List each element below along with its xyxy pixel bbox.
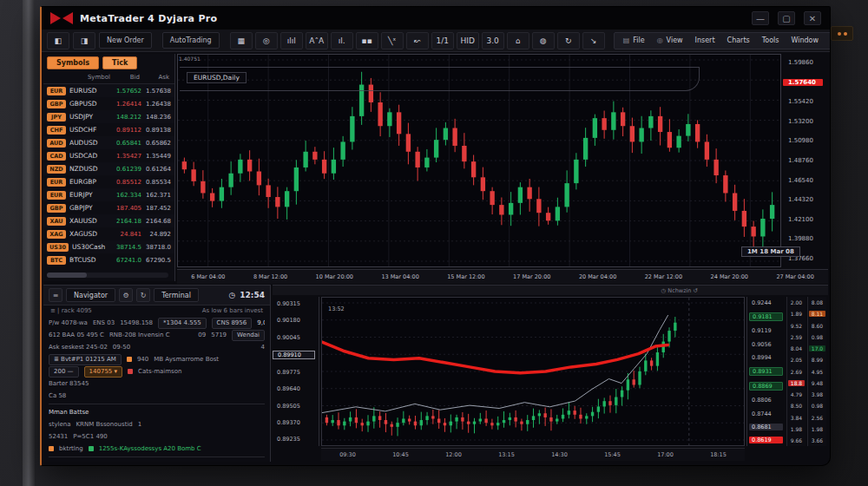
menu-item-charts[interactable]: Charts xyxy=(722,36,755,44)
bid-value: 0.65841 xyxy=(112,140,141,147)
market-watch-tab[interactable]: Tick xyxy=(102,56,137,69)
minimize-button[interactable]: — xyxy=(752,11,769,25)
terminal-chip[interactable]: ≣ Bvt#P1 01215 AM xyxy=(49,354,122,365)
lower-chart[interactable] xyxy=(321,297,745,446)
toolbar-tool-icon[interactable]: ▦ xyxy=(230,32,253,49)
list-item[interactable]: Barter 83545 xyxy=(49,378,265,390)
price-axis-label: 0.8994 xyxy=(749,354,783,361)
depth-cell: 3.66 xyxy=(809,437,825,443)
ask-value: 1.26438 xyxy=(141,101,171,108)
list-item[interactable]: 612 BAA 05 495 CRNB-208 Invensin C095719… xyxy=(49,329,265,341)
table-row[interactable]: EUREURGBP0.855120.85534 xyxy=(43,175,174,188)
table-row[interactable]: NZDNZDUSD0.612390.61264 xyxy=(43,162,174,175)
chart-next-icon[interactable]: ◨ xyxy=(73,32,95,49)
ask-value: 24.892 xyxy=(141,231,171,238)
terminal-separator xyxy=(49,404,265,404)
toolbar-tool-icon[interactable]: ▪▪ xyxy=(356,32,378,49)
chart-annotation-frame xyxy=(180,67,700,91)
table-row[interactable]: CHFUSDCHF0.891120.89138 xyxy=(43,123,174,136)
list-item[interactable]: ≣ Bvt#P1 01215 AM940MB Aysmarrome Bost xyxy=(49,353,265,365)
toolbar-tool-icon[interactable]: ◎ xyxy=(255,32,278,49)
list-item[interactable]: stylenaKRNM Bssonoustid1 xyxy=(49,418,265,430)
table-row[interactable]: CADUSDCAD1.354271.35449 xyxy=(43,149,174,162)
list-item[interactable]: r5-95 Bomskstir500Mwrit650 ⊞ xyxy=(49,459,265,462)
ask-value: 67290.5 xyxy=(141,257,171,264)
list-item[interactable]: 200 —140755 ▾Cats-maimson xyxy=(49,365,265,378)
close-button[interactable]: ✕ xyxy=(804,11,821,25)
terminal-chip[interactable]: Wendai xyxy=(232,330,265,341)
new-order-button[interactable]: New Order xyxy=(99,32,152,49)
time-axis-label: 09:30 xyxy=(339,451,356,458)
terminal-chip[interactable]: CNS 8956 xyxy=(212,318,253,329)
lower-plot[interactable] xyxy=(322,298,744,445)
list-item[interactable]: Ca 58 xyxy=(49,390,265,402)
symbol-name: USDCAD xyxy=(69,152,112,160)
menu-item-view[interactable]: ◎View xyxy=(652,36,688,44)
table-row[interactable]: US30US30Cash38714.538718.0 xyxy=(43,240,174,253)
terminal-chip[interactable]: 200 — xyxy=(49,366,79,378)
table-row[interactable]: GBPGBPUSD1.264141.26438 xyxy=(43,97,174,110)
toolbar-tool-icon[interactable]: HID xyxy=(457,32,479,49)
price-axis-label: 1.53200 xyxy=(783,118,828,125)
menu-item-icon: ◎ xyxy=(657,36,663,44)
toolbar-tool-icon[interactable]: 3.0 xyxy=(482,32,504,49)
menu-item-label: Window xyxy=(791,36,819,44)
price-axis-label: 1.39880 xyxy=(783,235,828,242)
table-row[interactable]: JPYUSDJPY148.212148.236 xyxy=(43,110,174,123)
menu-item-tools[interactable]: Tools xyxy=(757,36,785,44)
price-axis-label: 0.9119 xyxy=(749,327,783,334)
terminal-chip-orange[interactable]: 140755 ▾ xyxy=(84,366,122,378)
table-row[interactable]: XAGXAGUSD24.84124.892 xyxy=(43,227,174,240)
toolbar-tool-icon[interactable]: ╲ˣ xyxy=(381,32,404,49)
toolbar-tool-icon[interactable]: ↻ xyxy=(557,32,580,49)
sidebar-scrollbar[interactable] xyxy=(47,273,168,278)
menu-item-window[interactable]: Window xyxy=(786,36,824,44)
maximize-button[interactable]: ▢ xyxy=(778,11,795,25)
table-row[interactable]: EUREURUSD1.576521.57638 xyxy=(43,84,174,97)
time-axis-label: 12:00 xyxy=(445,451,462,458)
table-row[interactable]: GBPGBPJPY187.405187.452 xyxy=(43,201,174,214)
toolbar-tool-icon[interactable]: ↘ xyxy=(582,32,605,49)
time-axis-label: 13 Mar 04:00 xyxy=(381,273,418,280)
menu-item-label: Charts xyxy=(727,36,750,44)
table-row[interactable]: BTCBTCUSD67241.067290.5 xyxy=(43,253,174,266)
table-row[interactable]: AUDAUDUSD0.658410.65862 xyxy=(43,136,174,149)
lower-time-label: 13:52 xyxy=(328,305,345,312)
toolbar-tool-icon[interactable]: 1/1 xyxy=(431,32,454,49)
toolbar-tool-icon[interactable]: ⌂ xyxy=(507,32,529,49)
symbol-name: EURGBP xyxy=(69,178,112,186)
toolbar-tool-icon[interactable]: A˄A xyxy=(306,32,328,49)
toolbar-tool-icon[interactable]: ılıl xyxy=(280,32,303,49)
scrollbar-thumb[interactable] xyxy=(47,273,87,278)
window-controls: — ▢ ✕ xyxy=(752,11,821,25)
menu-item-help[interactable]: Help xyxy=(825,36,831,44)
menu-item-file[interactable]: ▤File xyxy=(618,36,650,44)
chart-prev-icon[interactable]: ◧ xyxy=(47,32,69,49)
gear-icon[interactable]: ⚙ xyxy=(119,288,133,302)
symbol-name: XAUUSD xyxy=(69,217,112,225)
list-item[interactable]: 52431P=5C1 490 xyxy=(49,430,265,443)
terminal-chip[interactable]: *1304 4.555 xyxy=(158,318,207,329)
terminal-tab[interactable]: Terminal xyxy=(154,288,199,302)
depth-cell: 4.79 xyxy=(788,391,805,397)
toolbar-tool-icon[interactable]: ◍ xyxy=(532,32,555,49)
refresh-icon[interactable]: ↻ xyxy=(136,288,150,302)
price-axis-label: 1.57640 xyxy=(783,79,823,86)
list-icon[interactable]: ≡ xyxy=(49,288,62,302)
main-chart[interactable]: EURUSD,Daily xyxy=(177,54,781,267)
symbol-badge: XAU xyxy=(47,217,66,226)
navigator-tab[interactable]: Navigator xyxy=(66,288,115,302)
list-item[interactable]: P/w 4078-waENS 0315498.158*1304 4.555CNS… xyxy=(49,317,265,329)
list-item[interactable]: Mman Battse xyxy=(49,406,265,418)
market-watch-tab[interactable]: Symbols xyxy=(47,56,99,69)
table-row[interactable]: XAUXAUUSD2164.182164.68 xyxy=(43,214,174,227)
menu-item-insert[interactable]: Insert xyxy=(690,36,720,44)
list-item[interactable]: bktrtlng1255s-KAyssodessys A20 Bomb C xyxy=(49,443,265,455)
list-item[interactable]: Ask seskest 245-0209-504 xyxy=(49,341,265,353)
table-row[interactable]: EUREURJPY162.334162.371 xyxy=(43,188,174,201)
toolbar-tool-icon[interactable]: ↜ xyxy=(406,32,429,49)
terminal-text: Mman Battse xyxy=(49,409,89,416)
market-watch-rows: EUREURUSD1.576521.57638GBPGBPUSD1.264141… xyxy=(43,84,174,266)
toolbar-tool-icon[interactable]: ıl. xyxy=(331,32,353,49)
autotrading-button[interactable]: AutoTrading xyxy=(162,32,220,49)
